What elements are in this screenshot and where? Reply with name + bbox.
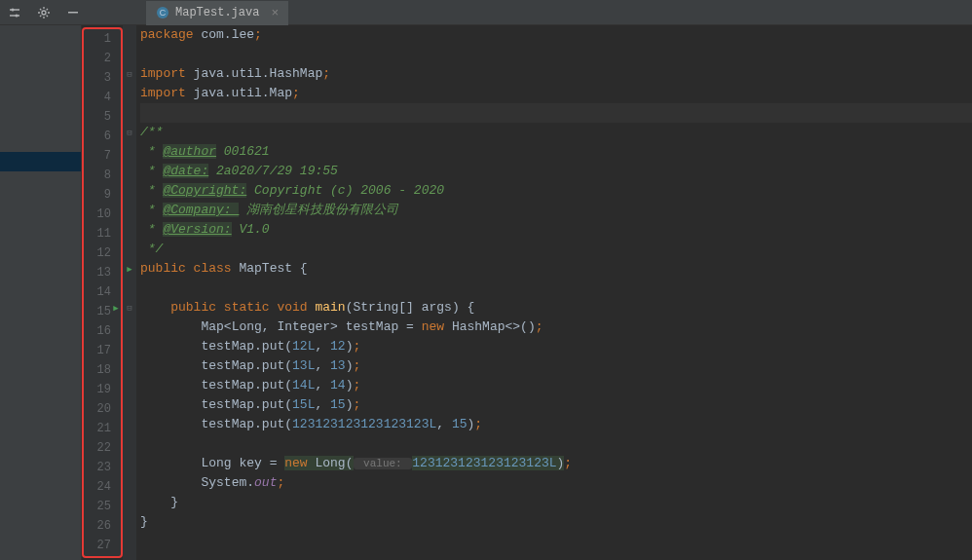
code-line: * @Version: V1.0 [140, 220, 972, 240]
code-editor[interactable]: 1234567891011121314151617181920212223242… [82, 25, 972, 560]
code-line: public static void main(String[] args) { [140, 298, 972, 317]
code-line: * @date: 2a020/7/29 19:55 [140, 162, 972, 181]
settings-sliders-icon[interactable] [4, 2, 25, 23]
code-line: * @author 001621 [140, 142, 972, 162]
code-line [140, 45, 972, 64]
top-toolbar: C MapTest.java × [0, 0, 972, 25]
code-area[interactable]: package com.lee; import java.util.HashMa… [136, 25, 972, 560]
svg-point-1 [16, 14, 19, 17]
code-line [140, 103, 972, 123]
run-gutter-icon[interactable]: ▶ [111, 303, 121, 313]
sidebar-selection[interactable] [0, 152, 81, 171]
run-gutter-icon[interactable]: ▶ [125, 264, 134, 274]
code-line: } [140, 493, 972, 512]
code-line: * @Copyright: Copyright (c) 2006 - 2020 [140, 181, 972, 201]
code-line: Map<Long, Integer> testMap = new HashMap… [140, 317, 972, 337]
code-line: package com.lee; [140, 25, 972, 45]
fold-gutter: ⊟ ⊟ ▶ ⊟ ▶ [123, 25, 136, 560]
fold-icon[interactable]: ⊟ [125, 69, 134, 79]
fold-icon[interactable]: ⊟ [125, 128, 134, 137]
java-class-icon: C [156, 6, 169, 19]
code-line [140, 532, 972, 551]
close-icon[interactable]: × [271, 6, 279, 20]
code-line: testMap.put(13L, 13); [140, 356, 972, 376]
project-sidebar[interactable] [0, 25, 82, 560]
code-line: Long key = new Long( value: 123123123123… [140, 454, 972, 473]
fold-icon[interactable]: ⊟ [125, 303, 134, 313]
minimize-icon[interactable] [62, 2, 84, 23]
svg-point-0 [12, 8, 15, 11]
svg-text:C: C [160, 8, 167, 18]
code-line: /** [140, 123, 972, 142]
editor-tabs: C MapTest.java × [146, 0, 288, 25]
main-area: 1234567891011121314151617181920212223242… [0, 25, 972, 560]
code-line: */ [140, 240, 972, 259]
code-line: } [140, 512, 972, 532]
tab-filename: MapTest.java [175, 6, 259, 19]
code-line: testMap.put(123123123123123123L, 15); [140, 415, 972, 434]
svg-point-2 [42, 11, 46, 15]
tab-maptest[interactable]: C MapTest.java × [146, 1, 288, 25]
svg-rect-3 [68, 12, 78, 14]
code-line: import java.util.Map; [140, 84, 972, 103]
parameter-hint: value: [354, 458, 413, 469]
code-line: testMap.put(14L, 14); [140, 376, 972, 395]
gear-icon[interactable] [33, 2, 55, 23]
code-line: import java.util.HashMap; [140, 64, 972, 84]
code-line [140, 434, 972, 454]
code-line: testMap.put(12L, 12); [140, 337, 972, 356]
code-line: testMap.put(15L, 15); [140, 395, 972, 415]
line-number-gutter: 1234567891011121314151617181920212223242… [82, 27, 123, 558]
code-line: * @Company: 湖南创星科技股份有限公司 [140, 201, 972, 220]
code-line: System.out; [140, 473, 972, 493]
code-line [140, 279, 972, 298]
code-line: public class MapTest { [140, 259, 972, 279]
